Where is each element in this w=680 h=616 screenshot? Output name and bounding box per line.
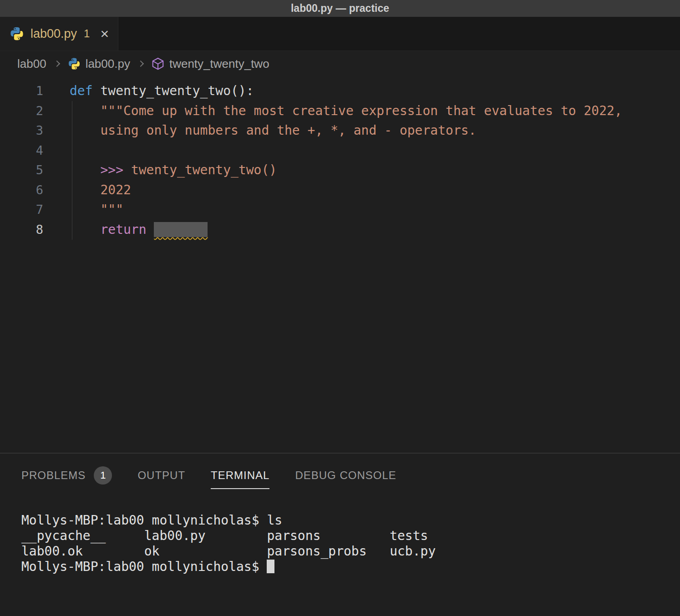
line-number: 5 bbox=[0, 163, 43, 177]
panel-tab-problems[interactable]: PROBLEMS 1 bbox=[21, 466, 112, 492]
indent-guide bbox=[72, 101, 72, 240]
breadcrumb-item-folder[interactable]: lab00 bbox=[17, 57, 46, 71]
line-number: 7 bbox=[0, 202, 43, 217]
breadcrumb-item-file[interactable]: lab00.py bbox=[67, 57, 130, 71]
close-tab-icon[interactable]: × bbox=[100, 26, 109, 41]
line-number: 1 bbox=[0, 84, 43, 98]
panel-tab-problems-label: PROBLEMS bbox=[21, 469, 86, 482]
tab-lab00[interactable]: lab00.py 1 × bbox=[0, 17, 118, 50]
terminal-line: Mollys-MBP:lab00 mollynicholas$ ls bbox=[21, 513, 680, 528]
line-number: 2 bbox=[0, 104, 43, 118]
terminal-line: Mollys-MBP:lab00 mollynicholas$ bbox=[21, 559, 680, 575]
code-text: using only numbers and the +, *, and - o… bbox=[70, 121, 476, 141]
panel-tab-debug-console-label: DEBUG CONSOLE bbox=[295, 469, 396, 482]
code-line[interactable]: 5 >>> twenty_twenty_two() bbox=[0, 160, 680, 180]
code-text: """Come up with the most creative expres… bbox=[70, 101, 622, 121]
terminal[interactable]: Mollys-MBP:lab00 mollynicholas$ ls__pyca… bbox=[0, 492, 680, 575]
panel-tab-terminal-label: TERMINAL bbox=[211, 469, 269, 482]
line-number: 3 bbox=[0, 123, 43, 137]
problems-count-badge: 1 bbox=[94, 466, 112, 485]
code-line[interactable]: 1def twenty_twenty_two(): bbox=[0, 81, 680, 101]
line-number: 8 bbox=[0, 222, 43, 237]
python-icon bbox=[9, 26, 25, 41]
terminal-output: Mollys-MBP:lab00 mollynicholas$ ls__pyca… bbox=[21, 513, 680, 575]
chevron-right-icon bbox=[137, 61, 144, 67]
code-line[interactable]: 4 bbox=[0, 141, 680, 161]
panel-tab-output[interactable]: OUTPUT bbox=[137, 469, 185, 489]
code-line[interactable]: 3 using only numbers and the +, *, and -… bbox=[0, 121, 680, 141]
tab-problem-count: 1 bbox=[84, 27, 90, 40]
code-text: >>> twenty_twenty_two() bbox=[70, 160, 277, 180]
code-line[interactable]: 7 """ bbox=[0, 200, 680, 220]
breadcrumb-item-symbol[interactable]: twenty_twenty_two bbox=[151, 57, 269, 71]
code-line[interactable]: 6 2022 bbox=[0, 180, 680, 200]
title-bar: lab00.py — practice bbox=[0, 0, 680, 17]
panel-tab-terminal[interactable]: TERMINAL bbox=[211, 469, 269, 489]
editor-lines: 1def twenty_twenty_two():2 """Come up wi… bbox=[0, 81, 680, 239]
symbol-cube-icon bbox=[151, 57, 165, 71]
panel-tab-debug-console[interactable]: DEBUG CONSOLE bbox=[295, 469, 396, 489]
breadcrumb-folder-label: lab00 bbox=[17, 57, 46, 71]
terminal-cursor bbox=[267, 560, 274, 573]
line-number: 6 bbox=[0, 183, 43, 197]
tab-bar: lab00.py 1 × bbox=[0, 17, 680, 51]
breadcrumb-symbol-label: twenty_twenty_two bbox=[169, 57, 269, 71]
code-line[interactable]: 2 """Come up with the most creative expr… bbox=[0, 101, 680, 121]
chevron-right-icon bbox=[54, 61, 60, 67]
code-line[interactable]: 8 return bbox=[0, 220, 680, 240]
panel-tab-output-label: OUTPUT bbox=[137, 469, 185, 482]
bottom-panel: PROBLEMS 1 OUTPUT TERMINAL DEBUG CONSOLE… bbox=[0, 453, 680, 616]
code-text: return bbox=[70, 220, 208, 240]
code-text: def twenty_twenty_two(): bbox=[70, 81, 254, 101]
terminal-line: lab00.ok ok parsons_probs ucb.py bbox=[21, 544, 680, 559]
panel-tab-bar: PROBLEMS 1 OUTPUT TERMINAL DEBUG CONSOLE bbox=[0, 454, 680, 492]
python-icon bbox=[67, 57, 81, 71]
code-text: """ bbox=[70, 200, 123, 220]
breadcrumb: lab00 lab00.py twenty_twenty_two bbox=[0, 51, 680, 76]
window-title: lab00.py — practice bbox=[291, 2, 389, 15]
code-text: 2022 bbox=[70, 180, 131, 200]
tab-file-name: lab00.py bbox=[30, 27, 77, 41]
line-number: 4 bbox=[0, 143, 43, 157]
editor[interactable]: 1def twenty_twenty_two():2 """Come up wi… bbox=[0, 76, 680, 453]
breadcrumb-file-label: lab00.py bbox=[86, 57, 130, 71]
terminal-line: __pycache__ lab00.py parsons tests bbox=[21, 528, 680, 544]
